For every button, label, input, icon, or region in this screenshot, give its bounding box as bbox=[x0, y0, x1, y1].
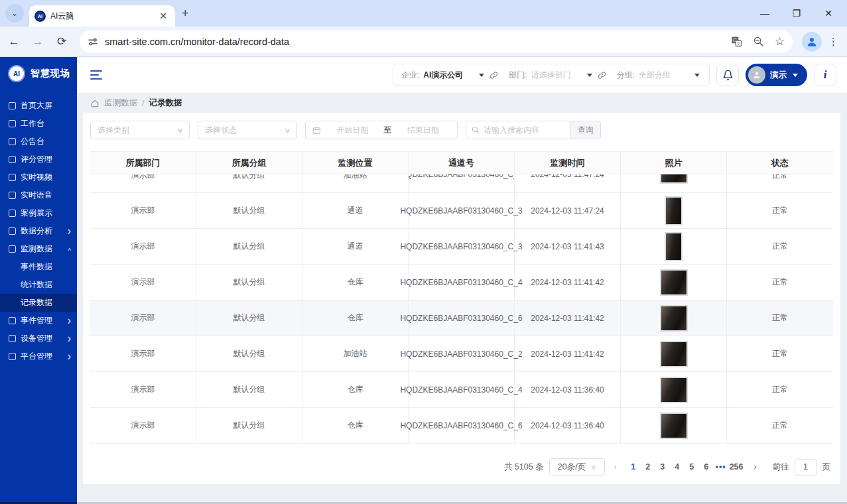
sidebar-menu: 首页大屏工作台公告台评分管理实时视频实时语音案例展示数据分析❯监测数据∧事件数据… bbox=[0, 97, 77, 365]
page-number-6[interactable]: 6 bbox=[699, 461, 714, 473]
table-row[interactable]: 演示部默认分组仓库HQDZKE6BJAABF03130460_C_42024-1… bbox=[90, 265, 833, 300]
search-input[interactable]: 请输入搜索内容 bbox=[466, 121, 570, 139]
page-number-5[interactable]: 5 bbox=[684, 461, 699, 473]
column-header-状态: 状态 bbox=[727, 152, 833, 174]
status-text: 正常 bbox=[772, 420, 788, 431]
window-close-button[interactable]: ✕ bbox=[815, 3, 842, 24]
group-select[interactable]: 全部分组 bbox=[639, 70, 689, 81]
sidebar-item-平台管理[interactable]: 平台管理❯ bbox=[0, 347, 77, 365]
tab-close-icon[interactable]: ✕ bbox=[157, 11, 170, 21]
record-photo-thumbnail[interactable] bbox=[660, 341, 688, 367]
sidebar-item-案例展示[interactable]: 案例展示 bbox=[0, 204, 77, 222]
new-tab-button[interactable]: + bbox=[182, 7, 189, 21]
sidebar: AI 智慧现场 首页大屏工作台公告台评分管理实时视频实时语音案例展示数据分析❯监… bbox=[0, 57, 77, 504]
group-cell: 默认分组 bbox=[196, 174, 302, 192]
group-label: 分组: bbox=[617, 70, 635, 81]
page-size-select[interactable]: 20条/页 ∨ bbox=[549, 458, 605, 475]
window-minimize-button[interactable]: — bbox=[751, 3, 778, 24]
bookmark-star-icon[interactable]: ☆ bbox=[775, 34, 785, 48]
page-number-4[interactable]: 4 bbox=[670, 461, 684, 473]
window-restore-button[interactable]: ❐ bbox=[783, 3, 810, 24]
sidebar-item-首页大屏[interactable]: 首页大屏 bbox=[0, 97, 77, 115]
sidebar-item-监测数据[interactable]: 监测数据∧ bbox=[0, 240, 77, 258]
info-button[interactable]: i bbox=[814, 64, 836, 86]
goto-page-input[interactable]: 1 bbox=[795, 459, 817, 475]
site-settings-icon[interactable] bbox=[88, 36, 98, 47]
channel-cell: HQDZKE6BJAABF03130460_C_4 bbox=[409, 372, 515, 407]
record-photo-thumbnail[interactable] bbox=[665, 196, 683, 225]
zoom-icon[interactable] bbox=[753, 36, 764, 47]
back-button[interactable]: ← bbox=[4, 32, 24, 52]
browser-menu-icon[interactable]: ⋮ bbox=[828, 36, 838, 48]
department-link-icon[interactable] bbox=[598, 71, 606, 80]
table-row[interactable]: 演示部默认分组仓库HQDZKE6BJAABF03130460_C_42024-1… bbox=[90, 372, 833, 408]
tab-search-button[interactable]: ⌄ bbox=[5, 4, 24, 23]
date-range-picker[interactable]: 开始日期 至 结束日期 bbox=[305, 121, 458, 139]
reload-button[interactable]: ⟳ bbox=[52, 32, 72, 52]
enterprise-link-icon[interactable] bbox=[489, 71, 498, 80]
sidebar-item-设备管理[interactable]: 设备管理❯ bbox=[0, 330, 77, 347]
sidebar-subitem-事件数据[interactable]: 事件数据 bbox=[0, 258, 77, 276]
sidebar-item-公告台[interactable]: 公告台 bbox=[0, 133, 77, 151]
group-caret-icon[interactable] bbox=[694, 74, 700, 77]
notification-bell-button[interactable] bbox=[716, 64, 739, 86]
next-page-button[interactable]: › bbox=[750, 462, 761, 472]
page-number-3[interactable]: 3 bbox=[655, 461, 670, 473]
url-bar[interactable]: smart-site.com.cn/monitor-data/record-da… bbox=[80, 31, 793, 53]
browser-profile-avatar[interactable] bbox=[802, 32, 822, 52]
sidebar-item-事件管理[interactable]: 事件管理❯ bbox=[0, 312, 77, 330]
sidebar-item-label: 数据分析 bbox=[21, 225, 52, 237]
end-date-placeholder[interactable]: 结束日期 bbox=[396, 125, 451, 136]
forward-button[interactable]: → bbox=[28, 32, 48, 52]
table-row[interactable]: 演示部默认分组仓库HQDZKE6BJAABF03130460_C_62024-1… bbox=[90, 408, 833, 444]
sidebar-item-工作台[interactable]: 工作台 bbox=[0, 115, 77, 133]
sidebar-item-实时视频[interactable]: 实时视频 bbox=[0, 168, 77, 186]
sidebar-subitem-统计数据[interactable]: 统计数据 bbox=[0, 276, 77, 294]
collapse-menu-icon[interactable] bbox=[90, 70, 102, 80]
start-date-placeholder[interactable]: 开始日期 bbox=[325, 125, 380, 136]
page-number-1[interactable]: 1 bbox=[626, 461, 641, 473]
sidebar-item-label: 实时视频 bbox=[21, 172, 52, 183]
breadcrumb: 监测数据 / 记录数据 bbox=[77, 93, 847, 113]
record-photo-thumbnail[interactable] bbox=[660, 377, 688, 403]
user-menu-button[interactable]: 演示 bbox=[746, 64, 807, 86]
sidebar-subitem-记录数据[interactable]: 记录数据 bbox=[0, 294, 77, 312]
enterprise-caret-icon[interactable] bbox=[479, 74, 484, 77]
sidebar-item-评分管理[interactable]: 评分管理 bbox=[0, 151, 77, 168]
table-row[interactable]: 演示部默认分组仓库HQDZKE6BJAABF03130460_C_62024-1… bbox=[90, 300, 833, 336]
query-button[interactable]: 查询 bbox=[570, 121, 601, 139]
column-header-所属部门: 所属部门 bbox=[90, 152, 196, 174]
sidebar-item-label: 监测数据 bbox=[21, 243, 52, 255]
column-header-监测时间: 监测时间 bbox=[515, 152, 621, 174]
translate-icon[interactable]: G文 bbox=[731, 36, 742, 47]
record-photo-thumbnail[interactable] bbox=[665, 232, 683, 261]
status-text: 正常 bbox=[772, 241, 788, 252]
record-photo-thumbnail[interactable] bbox=[660, 269, 688, 296]
dept-cell: 演示部 bbox=[90, 265, 196, 300]
page-number-2[interactable]: 2 bbox=[641, 461, 655, 473]
department-select[interactable]: 请选择部门 bbox=[531, 70, 582, 81]
video-icon bbox=[9, 174, 16, 181]
sidebar-item-实时语音[interactable]: 实时语音 bbox=[0, 186, 77, 204]
enterprise-select[interactable]: AI演示公司 bbox=[423, 70, 474, 81]
prev-page-button[interactable]: ‹ bbox=[610, 462, 621, 472]
chevron-up-icon: ∧ bbox=[67, 247, 72, 252]
score-icon bbox=[9, 156, 16, 163]
table-row[interactable]: 演示部默认分组通道HQDZKE6BJAABF03130460_C_32024-1… bbox=[90, 193, 833, 229]
record-photo-thumbnail[interactable] bbox=[660, 174, 688, 184]
status-cell: 正常 bbox=[727, 229, 833, 264]
sidebar-item-数据分析[interactable]: 数据分析❯ bbox=[0, 222, 77, 240]
department-caret-icon[interactable] bbox=[587, 74, 592, 77]
breadcrumb-parent[interactable]: 监测数据 bbox=[104, 97, 137, 109]
table-row[interactable]: 演示部默认分组加油站HQDZKE6BJAABF03130460_C_22024-… bbox=[90, 174, 833, 193]
cell-text: 默认分组 bbox=[233, 241, 265, 252]
org-selectors: 企业: AI演示公司 部门: 请选择部门 分组: 全部分组 bbox=[393, 64, 710, 86]
record-photo-thumbnail[interactable] bbox=[660, 305, 688, 332]
status-select[interactable]: 选择状态 ∨ bbox=[198, 121, 297, 139]
table-row[interactable]: 演示部默认分组通道HQDZKE6BJAABF03130460_C_32024-1… bbox=[90, 229, 833, 265]
category-select[interactable]: 选择类别 ∨ bbox=[90, 121, 190, 139]
table-row[interactable]: 演示部默认分组加油站HQDZKE6BJAABF03130460_C_22024-… bbox=[90, 336, 833, 372]
page-number-256[interactable]: 256 bbox=[728, 461, 745, 473]
browser-tab[interactable]: AI AI云脑 ✕ bbox=[29, 5, 175, 27]
record-photo-thumbnail[interactable] bbox=[660, 412, 688, 439]
